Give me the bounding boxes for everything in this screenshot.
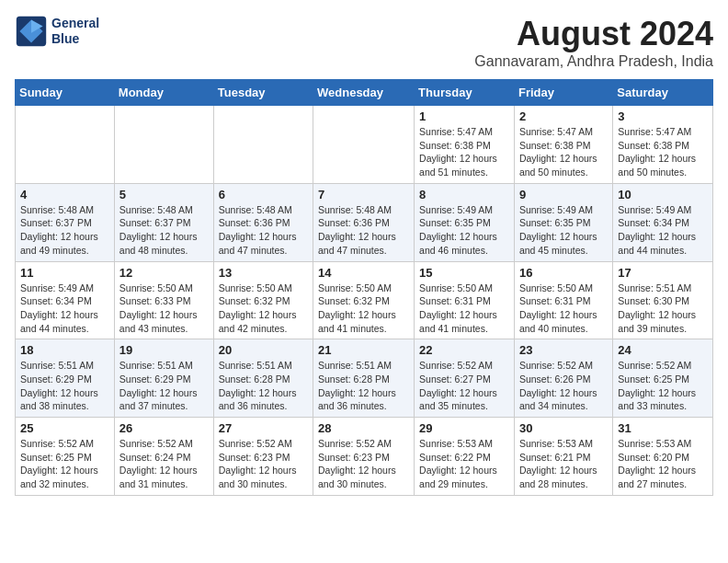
- calendar-week-row: 25Sunrise: 5:52 AM Sunset: 6:25 PM Dayli…: [16, 418, 713, 496]
- calendar-cell: 27Sunrise: 5:52 AM Sunset: 6:23 PM Dayli…: [213, 418, 313, 496]
- calendar-table: SundayMondayTuesdayWednesdayThursdayFrid…: [15, 79, 713, 496]
- day-header-tuesday: Tuesday: [213, 80, 313, 106]
- calendar-cell: 2Sunrise: 5:47 AM Sunset: 6:38 PM Daylig…: [514, 106, 612, 184]
- calendar-cell: 24Sunrise: 5:52 AM Sunset: 6:25 PM Dayli…: [613, 339, 713, 418]
- day-number: 10: [618, 188, 708, 201]
- calendar-cell: 21Sunrise: 5:51 AM Sunset: 6:28 PM Dayli…: [313, 339, 415, 418]
- cell-info: Sunrise: 5:52 AM Sunset: 6:26 PM Dayligh…: [519, 359, 608, 413]
- day-number: 25: [20, 421, 109, 435]
- day-number: 16: [519, 266, 608, 280]
- calendar-cell: 18Sunrise: 5:51 AM Sunset: 6:29 PM Dayli…: [16, 339, 115, 418]
- day-number: 2: [519, 109, 608, 123]
- day-number: 30: [519, 421, 608, 435]
- cell-info: Sunrise: 5:49 AM Sunset: 6:35 PM Dayligh…: [419, 203, 509, 258]
- calendar-week-row: 4Sunrise: 5:48 AM Sunset: 6:37 PM Daylig…: [16, 183, 713, 261]
- calendar-cell: 26Sunrise: 5:52 AM Sunset: 6:24 PM Dayli…: [114, 418, 213, 496]
- cell-info: Sunrise: 5:53 AM Sunset: 6:21 PM Dayligh…: [519, 437, 608, 491]
- cell-info: Sunrise: 5:52 AM Sunset: 6:25 PM Dayligh…: [618, 359, 708, 413]
- calendar-cell: 14Sunrise: 5:50 AM Sunset: 6:32 PM Dayli…: [313, 261, 415, 339]
- logo: General Blue: [15, 15, 99, 48]
- calendar-cell: [213, 106, 313, 184]
- cell-info: Sunrise: 5:50 AM Sunset: 6:32 PM Dayligh…: [318, 282, 409, 336]
- cell-info: Sunrise: 5:51 AM Sunset: 6:30 PM Dayligh…: [618, 282, 708, 336]
- cell-info: Sunrise: 5:48 AM Sunset: 6:37 PM Dayligh…: [20, 203, 109, 258]
- calendar-cell: 1Sunrise: 5:47 AM Sunset: 6:38 PM Daylig…: [415, 106, 515, 184]
- cell-info: Sunrise: 5:53 AM Sunset: 6:20 PM Dayligh…: [618, 437, 708, 491]
- calendar-week-row: 11Sunrise: 5:49 AM Sunset: 6:34 PM Dayli…: [16, 261, 713, 339]
- day-number: 12: [119, 266, 209, 280]
- day-number: 11: [20, 266, 109, 280]
- calendar-cell: 16Sunrise: 5:50 AM Sunset: 6:31 PM Dayli…: [514, 261, 612, 339]
- calendar-cell: 11Sunrise: 5:49 AM Sunset: 6:34 PM Dayli…: [16, 261, 115, 339]
- day-header-monday: Monday: [114, 80, 213, 106]
- cell-info: Sunrise: 5:52 AM Sunset: 6:27 PM Dayligh…: [419, 359, 509, 413]
- calendar-cell: [114, 106, 213, 184]
- cell-info: Sunrise: 5:48 AM Sunset: 6:36 PM Dayligh…: [219, 203, 308, 258]
- day-number: 21: [318, 343, 409, 357]
- day-number: 18: [20, 343, 109, 357]
- cell-info: Sunrise: 5:53 AM Sunset: 6:22 PM Dayligh…: [419, 437, 509, 491]
- calendar-week-row: 1Sunrise: 5:47 AM Sunset: 6:38 PM Daylig…: [16, 106, 713, 184]
- cell-info: Sunrise: 5:52 AM Sunset: 6:25 PM Dayligh…: [20, 437, 109, 491]
- calendar-cell: 4Sunrise: 5:48 AM Sunset: 6:37 PM Daylig…: [16, 183, 115, 261]
- cell-info: Sunrise: 5:50 AM Sunset: 6:31 PM Dayligh…: [419, 282, 509, 336]
- cell-info: Sunrise: 5:50 AM Sunset: 6:32 PM Dayligh…: [219, 282, 308, 336]
- day-number: 26: [119, 421, 209, 435]
- day-number: 19: [119, 343, 209, 357]
- calendar-cell: 22Sunrise: 5:52 AM Sunset: 6:27 PM Dayli…: [415, 339, 515, 418]
- calendar-cell: 17Sunrise: 5:51 AM Sunset: 6:30 PM Dayli…: [613, 261, 713, 339]
- day-number: 5: [119, 188, 209, 201]
- day-number: 8: [419, 188, 509, 201]
- cell-info: Sunrise: 5:48 AM Sunset: 6:37 PM Dayligh…: [119, 203, 209, 258]
- calendar-week-row: 18Sunrise: 5:51 AM Sunset: 6:29 PM Dayli…: [16, 339, 713, 418]
- calendar-cell: 19Sunrise: 5:51 AM Sunset: 6:29 PM Dayli…: [114, 339, 213, 418]
- day-number: 29: [419, 421, 509, 435]
- logo-icon: [15, 15, 48, 48]
- day-number: 22: [419, 343, 509, 357]
- cell-info: Sunrise: 5:51 AM Sunset: 6:29 PM Dayligh…: [20, 359, 109, 413]
- calendar-cell: [16, 106, 115, 184]
- subtitle: Gannavaram, Andhra Pradesh, India: [474, 53, 713, 70]
- day-header-saturday: Saturday: [613, 80, 713, 106]
- main-title: August 2024: [474, 15, 713, 53]
- calendar-cell: 28Sunrise: 5:52 AM Sunset: 6:23 PM Dayli…: [313, 418, 415, 496]
- cell-info: Sunrise: 5:51 AM Sunset: 6:29 PM Dayligh…: [119, 359, 209, 413]
- cell-info: Sunrise: 5:52 AM Sunset: 6:24 PM Dayligh…: [119, 437, 209, 491]
- calendar-cell: [313, 106, 415, 184]
- day-number: 23: [519, 343, 608, 357]
- calendar-cell: 10Sunrise: 5:49 AM Sunset: 6:34 PM Dayli…: [613, 183, 713, 261]
- day-number: 15: [419, 266, 509, 280]
- cell-info: Sunrise: 5:47 AM Sunset: 6:38 PM Dayligh…: [419, 125, 509, 179]
- cell-info: Sunrise: 5:51 AM Sunset: 6:28 PM Dayligh…: [318, 359, 409, 413]
- day-number: 7: [318, 188, 409, 201]
- calendar-cell: 13Sunrise: 5:50 AM Sunset: 6:32 PM Dayli…: [213, 261, 313, 339]
- calendar-cell: 15Sunrise: 5:50 AM Sunset: 6:31 PM Dayli…: [415, 261, 515, 339]
- day-number: 31: [618, 421, 708, 435]
- title-area: August 2024 Gannavaram, Andhra Pradesh, …: [474, 15, 713, 70]
- calendar-cell: 7Sunrise: 5:48 AM Sunset: 6:36 PM Daylig…: [313, 183, 415, 261]
- cell-info: Sunrise: 5:52 AM Sunset: 6:23 PM Dayligh…: [318, 437, 409, 491]
- cell-info: Sunrise: 5:50 AM Sunset: 6:31 PM Dayligh…: [519, 282, 608, 336]
- cell-info: Sunrise: 5:51 AM Sunset: 6:28 PM Dayligh…: [219, 359, 308, 413]
- calendar-cell: 8Sunrise: 5:49 AM Sunset: 6:35 PM Daylig…: [415, 183, 515, 261]
- calendar-cell: 5Sunrise: 5:48 AM Sunset: 6:37 PM Daylig…: [114, 183, 213, 261]
- day-number: 6: [219, 188, 308, 201]
- calendar-cell: 31Sunrise: 5:53 AM Sunset: 6:20 PM Dayli…: [613, 418, 713, 496]
- day-number: 28: [318, 421, 409, 435]
- calendar-cell: 30Sunrise: 5:53 AM Sunset: 6:21 PM Dayli…: [514, 418, 612, 496]
- day-header-friday: Friday: [514, 80, 612, 106]
- day-number: 4: [20, 188, 109, 201]
- day-number: 13: [219, 266, 308, 280]
- calendar-cell: 25Sunrise: 5:52 AM Sunset: 6:25 PM Dayli…: [16, 418, 115, 496]
- day-header-thursday: Thursday: [415, 80, 515, 106]
- cell-info: Sunrise: 5:49 AM Sunset: 6:34 PM Dayligh…: [20, 282, 109, 336]
- day-number: 3: [618, 109, 708, 123]
- cell-info: Sunrise: 5:49 AM Sunset: 6:35 PM Dayligh…: [519, 203, 608, 258]
- cell-info: Sunrise: 5:49 AM Sunset: 6:34 PM Dayligh…: [618, 203, 708, 258]
- day-number: 27: [219, 421, 308, 435]
- calendar-cell: 12Sunrise: 5:50 AM Sunset: 6:33 PM Dayli…: [114, 261, 213, 339]
- day-number: 20: [219, 343, 308, 357]
- calendar-cell: 9Sunrise: 5:49 AM Sunset: 6:35 PM Daylig…: [514, 183, 612, 261]
- day-number: 9: [519, 188, 608, 201]
- day-header-sunday: Sunday: [16, 80, 115, 106]
